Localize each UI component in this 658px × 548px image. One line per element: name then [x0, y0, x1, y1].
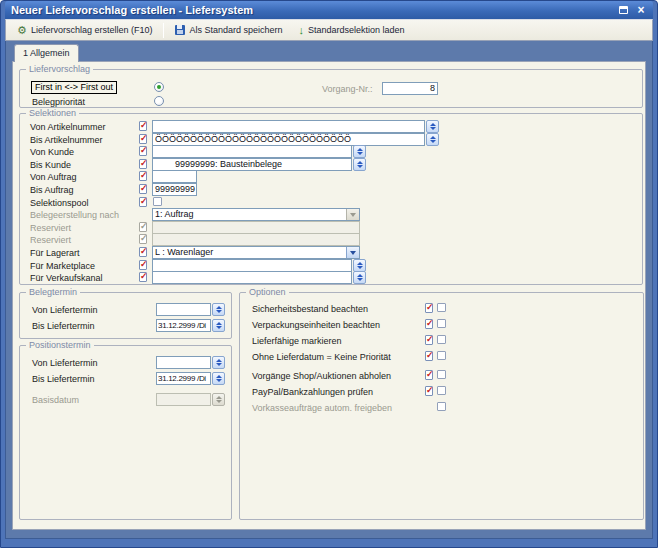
von-artikelnummer-field[interactable] — [152, 120, 425, 133]
check-doc-icon[interactable] — [425, 370, 433, 380]
selektionspool-checkbox[interactable] — [153, 197, 162, 206]
check-doc-icon[interactable] — [139, 159, 147, 169]
window-title: Neuer Liefervorschlag erstellen - Liefer… — [11, 4, 613, 16]
check-doc-icon[interactable] — [139, 197, 147, 207]
toolbar: ⚙ Liefervorschlag erstellen (F10) Als St… — [5, 19, 653, 41]
positionstermin-von-field[interactable] — [156, 356, 211, 369]
field-label: Für Lagerart — [30, 247, 80, 259]
workspace: 1 Allgemein Liefervorschlag First in <->… — [5, 41, 653, 539]
group-title: Belegtermin — [26, 287, 80, 298]
check-doc-icon[interactable] — [425, 335, 433, 345]
option-label: Vorgänge Shop/Auktionen abholen — [252, 370, 391, 382]
belegtermin-von-field[interactable] — [156, 303, 211, 316]
check-doc-icon[interactable] — [425, 303, 433, 313]
gear-icon: ⚙ — [17, 25, 27, 36]
date-spinner-button — [212, 393, 225, 406]
selection-row: Von Artikelnummer — [20, 120, 642, 133]
save-as-default-button[interactable]: Als Standard speichern — [170, 23, 287, 37]
close-button[interactable]: × — [633, 3, 649, 17]
date-spinner-button[interactable] — [212, 356, 225, 369]
prio-radio[interactable] — [154, 96, 164, 106]
fifo-label: First in <-> First out — [31, 81, 117, 94]
check-doc-icon[interactable] — [139, 134, 147, 144]
close-icon: × — [637, 4, 644, 16]
ohne-lieferdatum-checkbox[interactable] — [437, 351, 446, 360]
field-label: Belegeerstellung nach — [30, 209, 119, 221]
field-label: Von Liefertermin — [32, 357, 98, 369]
field-label: Bis Liefertermin — [32, 373, 95, 385]
create-delivery-proposal-button[interactable]: ⚙ Liefervorschlag erstellen (F10) — [12, 23, 157, 38]
group-title: Liefervorschlag — [26, 64, 93, 75]
check-doc-icon[interactable] — [139, 247, 147, 257]
tool-label: Standardselektion laden — [308, 25, 405, 35]
option-label: Verpackungseinheiten beachten — [252, 319, 380, 331]
toolbar-separator — [163, 23, 164, 38]
option-label: PayPal/Bankzahlungen prüfen — [252, 386, 373, 398]
check-doc-icon[interactable] — [139, 171, 147, 181]
lieferfaehige-checkbox[interactable] — [437, 335, 446, 344]
check-doc-icon[interactable] — [425, 351, 433, 361]
positionstermin-bis-field[interactable]: 31.12.2999 /Di — [156, 372, 211, 385]
shop-auktionen-checkbox[interactable] — [437, 370, 446, 379]
selection-row: Reserviert — [20, 233, 642, 246]
option-row: Sicherheitsbestand beachten — [240, 302, 643, 315]
belegtermin-bis-field[interactable]: 31.12.2999 /Di — [156, 319, 211, 332]
field-label: Reserviert — [30, 234, 71, 246]
date-spinner-button[interactable] — [212, 372, 225, 385]
date-row: Bis Liefertermin 31.12.2999 /Di — [20, 372, 231, 385]
bis-auftrag-field[interactable]: 99999999 — [152, 183, 197, 196]
field-label: Von Artikelnummer — [30, 121, 106, 133]
selection-row: Bis Auftrag 99999999 — [20, 183, 642, 196]
lookup-spinner-button[interactable] — [426, 120, 439, 133]
date-spinner-button[interactable] — [212, 319, 225, 332]
group-belegtermin: Belegtermin Von Liefertermin Bis Liefert… — [19, 292, 232, 339]
vorkasse-checkbox — [437, 402, 446, 411]
lagerart-dropdown[interactable]: L : Warenlager — [152, 246, 360, 259]
verkaufskanal-field[interactable] — [152, 271, 352, 284]
check-doc-icon[interactable] — [139, 260, 147, 270]
vorgang-nr-field[interactable]: 8 — [382, 82, 438, 95]
chevron-down-icon[interactable] — [346, 247, 359, 258]
check-doc-icon[interactable] — [139, 184, 147, 194]
group-selektionen: Selektionen Von Artikelnummer Bis Artike… — [19, 113, 643, 285]
tool-label: Als Standard speichern — [189, 25, 282, 35]
selection-row: Für Lagerart L : Warenlager — [20, 246, 642, 259]
tab-allgemein[interactable]: 1 Allgemein — [14, 44, 79, 62]
belegeerstellung-dropdown[interactable]: 1: Auftrag — [152, 208, 360, 221]
verpackungseinheiten-checkbox[interactable] — [437, 319, 446, 328]
option-row: Ohne Lieferdatum = Keine Priorität — [240, 350, 643, 363]
date-row: Bis Liefertermin 31.12.2999 /Di — [20, 319, 231, 332]
selection-row: Von Kunde — [20, 145, 642, 158]
check-doc-icon[interactable] — [139, 121, 147, 131]
save-icon — [175, 25, 185, 35]
date-row: Von Liefertermin — [20, 356, 231, 369]
chevron-down-icon[interactable] — [346, 209, 359, 220]
field-label: Bis Auftrag — [30, 184, 74, 196]
load-default-selection-button[interactable]: ↓ Standardselektion laden — [294, 23, 410, 38]
check-doc-icon[interactable] — [139, 146, 147, 156]
paypal-bank-checkbox[interactable] — [437, 386, 446, 395]
check-doc-icon — [139, 234, 147, 244]
check-doc-icon[interactable] — [425, 386, 433, 396]
check-doc-icon[interactable] — [139, 272, 147, 282]
selection-row: Belegeerstellung nach 1: Auftrag — [20, 208, 642, 221]
lookup-spinner-button[interactable] — [353, 145, 366, 158]
option-row: PayPal/Bankzahlungen prüfen — [240, 385, 643, 398]
option-label: Sicherheitsbestand beachten — [252, 303, 368, 315]
fifo-radio[interactable] — [154, 82, 164, 92]
download-icon: ↓ — [299, 25, 305, 36]
option-row: Vorgänge Shop/Auktionen abholen — [240, 369, 643, 382]
von-auftrag-field[interactable] — [152, 170, 197, 183]
von-kunde-field[interactable] — [152, 145, 352, 158]
field-label: Von Kunde — [30, 146, 74, 158]
tool-label: Liefervorschlag erstellen (F10) — [31, 25, 153, 35]
check-doc-icon[interactable] — [425, 319, 433, 329]
lookup-spinner-button[interactable] — [353, 271, 366, 284]
date-spinner-button[interactable] — [212, 303, 225, 316]
vorgang-nr-label: Vorgang-Nr.: — [322, 83, 373, 95]
prio-label: Belegpriorität — [32, 96, 85, 108]
sicherheitsbestand-checkbox[interactable] — [437, 303, 446, 312]
maximize-button[interactable] — [615, 3, 631, 17]
field-label: Für Verkaufskanal — [30, 272, 103, 284]
selection-row: Für Verkaufskanal — [20, 271, 642, 284]
